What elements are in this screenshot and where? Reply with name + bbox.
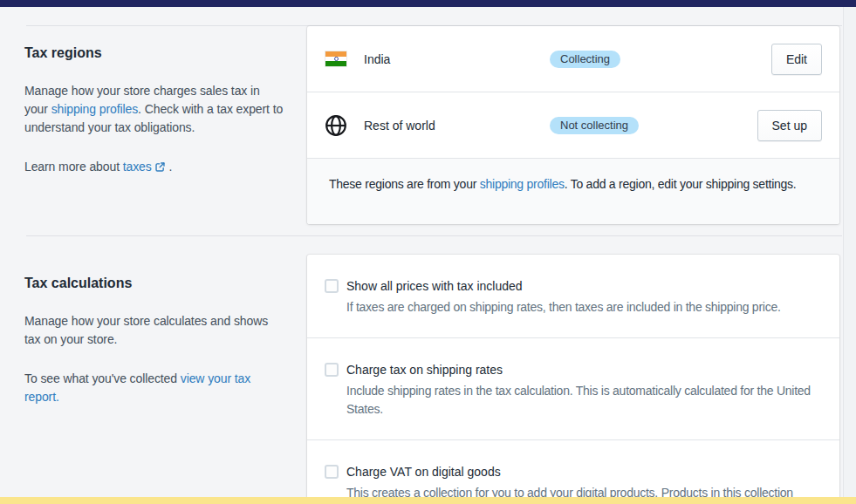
globe-icon: [325, 114, 347, 137]
india-flag-icon: [325, 48, 347, 71]
report-pre: To see what you've collected: [24, 371, 181, 385]
option-show-prices-with-tax: Show all prices with tax included If tax…: [307, 255, 839, 338]
tax-calculations-description: Manage how your store calculates and sho…: [24, 312, 284, 349]
option-text: Show all prices with tax included If tax…: [346, 277, 781, 317]
regions-footer-note: These regions are from your shipping pro…: [307, 159, 839, 224]
region-row-rest-of-world: Rest of world Not collecting Set up: [307, 92, 839, 159]
learn-more-post: .: [166, 160, 173, 174]
option-charge-vat-digital: Charge VAT on digital goods This creates…: [307, 440, 839, 504]
tax-regions-title: Tax regions: [24, 45, 284, 61]
shipping-profiles-link[interactable]: shipping profiles: [51, 102, 138, 116]
charge-vat-checkbox[interactable]: [325, 465, 339, 479]
option-label[interactable]: Charge tax on shipping rates: [346, 361, 818, 378]
footer-text: . To add a region, edit your shipping se…: [565, 177, 797, 191]
taxes-settings-page: Tax regions Manage how your store charge…: [0, 0, 856, 504]
taxes-link[interactable]: taxes: [123, 160, 166, 174]
shipping-profiles-footer-link[interactable]: shipping profiles: [480, 177, 565, 191]
not-collecting-badge: Not collecting: [550, 117, 639, 134]
scrollbar-track[interactable]: [843, 7, 856, 497]
footer-text: These regions are from your: [329, 177, 480, 191]
tax-calculations-summary: Tax calculations Manage how your store c…: [24, 276, 284, 427]
option-label[interactable]: Charge VAT on digital goods: [346, 463, 793, 480]
region-row-india: India Collecting Edit: [307, 26, 839, 92]
learn-more-text: Learn more about taxes .: [24, 158, 284, 176]
region-name: Rest of world: [364, 119, 550, 133]
tax-calculations-title: Tax calculations: [24, 276, 284, 291]
charge-tax-shipping-checkbox[interactable]: [325, 363, 339, 377]
option-charge-tax-shipping: Charge tax on shipping rates Include shi…: [307, 338, 839, 440]
option-help: Include shipping rates in the tax calcul…: [346, 382, 818, 419]
option-label[interactable]: Show all prices with tax included: [346, 277, 781, 295]
option-help: If taxes are charged on shipping rates, …: [346, 298, 781, 317]
external-link-icon: [152, 160, 166, 174]
learn-more-pre: Learn more about: [24, 160, 123, 174]
option-text: Charge tax on shipping rates Include shi…: [346, 361, 818, 419]
edit-button[interactable]: Edit: [771, 44, 822, 75]
tax-report-text: To see what you've collected view your t…: [24, 370, 284, 406]
collecting-badge: Collecting: [550, 51, 620, 68]
top-nav-bar: [0, 0, 856, 7]
region-name: India: [364, 52, 550, 66]
tax-calculations-card: Show all prices with tax included If tax…: [307, 255, 839, 504]
section-divider-middle: [26, 235, 842, 236]
set-up-button[interactable]: Set up: [757, 110, 822, 141]
tax-regions-description: Manage how your store charges sales tax …: [24, 82, 284, 137]
bottom-highlight-bar: [0, 497, 856, 504]
tax-regions-card: India Collecting Edit Rest of world Not …: [307, 26, 839, 224]
tax-regions-summary: Tax regions Manage how your store charge…: [24, 45, 284, 197]
show-prices-checkbox[interactable]: [325, 279, 339, 293]
